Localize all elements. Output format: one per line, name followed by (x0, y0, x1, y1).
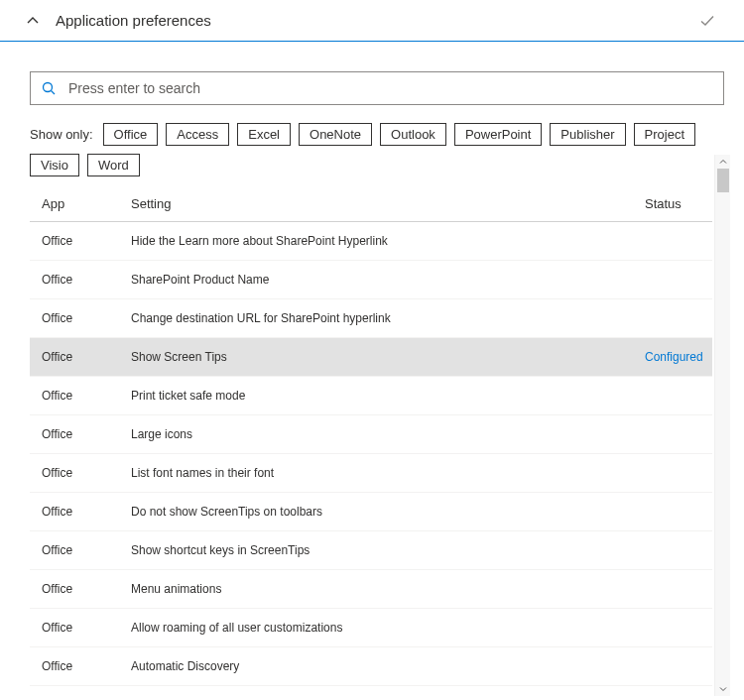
table-row[interactable]: OfficeSharePoint Product Name (30, 261, 712, 299)
search-input[interactable] (66, 79, 713, 97)
filter-chip-project[interactable]: Project (634, 123, 695, 146)
cell-status: Configured (645, 350, 712, 364)
check-icon[interactable] (698, 12, 716, 30)
table-body: OfficeHide the Learn more about SharePoi… (30, 222, 712, 700)
page-title: Application preferences (56, 12, 211, 29)
cell-app: Office (42, 505, 131, 519)
cell-app: Office (42, 389, 131, 403)
cell-app: Office (42, 427, 131, 441)
table-row[interactable]: OfficeMenu animations (30, 570, 712, 609)
cell-setting: Do not show ScreenTips on toolbars (131, 505, 645, 519)
filter-chip-onenote[interactable]: OneNote (299, 123, 372, 146)
filter-chip-word[interactable]: Word (87, 154, 140, 176)
settings-table: App Setting Status OfficeHide the Learn … (30, 186, 712, 700)
cell-app: Office (42, 582, 131, 596)
cell-setting: List font names in their font (131, 466, 645, 480)
cell-setting: Large icons (131, 427, 645, 441)
table-row[interactable]: OfficeAutomatic Discovery (30, 647, 712, 686)
cell-app: Office (42, 350, 131, 364)
table-row[interactable]: OfficeDisable user from setting personal… (30, 686, 712, 700)
column-header-status[interactable]: Status (645, 196, 712, 211)
table-row[interactable]: OfficeShow shortcut keys in ScreenTips (30, 531, 712, 570)
section-header: Application preferences (0, 0, 744, 42)
table-row[interactable]: OfficeLarge icons (30, 415, 712, 454)
filter-chip-access[interactable]: Access (166, 123, 229, 146)
table-row[interactable]: OfficePrint ticket safe mode (30, 377, 712, 415)
svg-line-1 (52, 91, 56, 95)
cell-setting: Print ticket safe mode (131, 389, 645, 403)
filter-chip-excel[interactable]: Excel (237, 123, 291, 146)
cell-setting: Hide the Learn more about SharePoint Hyp… (131, 234, 645, 248)
vertical-scrollbar[interactable] (714, 155, 730, 696)
table-row[interactable]: OfficeAllow roaming of all user customiz… (30, 609, 712, 647)
cell-setting: Change destination URL for SharePoint hy… (131, 311, 645, 325)
cell-app: Office (42, 659, 131, 673)
cell-app: Office (42, 234, 131, 248)
status-badge: Configured (645, 350, 703, 364)
svg-point-0 (44, 83, 53, 92)
filter-label: Show only: (30, 127, 93, 142)
table-row[interactable]: OfficeShow Screen TipsConfigured (30, 338, 712, 377)
cell-app: Office (42, 543, 131, 557)
scroll-up-arrow-icon[interactable] (715, 155, 731, 169)
table-row[interactable]: OfficeChange destination URL for SharePo… (30, 299, 712, 338)
column-header-app[interactable]: App (42, 196, 131, 211)
cell-setting: Automatic Discovery (131, 659, 645, 673)
filter-chip-outlook[interactable]: Outlook (380, 123, 446, 146)
search-icon (41, 80, 57, 96)
search-box[interactable] (30, 71, 724, 105)
table-row[interactable]: OfficeHide the Learn more about SharePoi… (30, 222, 712, 261)
filter-chip-visio[interactable]: Visio (30, 154, 79, 176)
table-row[interactable]: OfficeList font names in their font (30, 454, 712, 493)
cell-app: Office (42, 273, 131, 287)
cell-app: Office (42, 621, 131, 635)
chevron-up-icon[interactable] (24, 12, 42, 30)
table-header: App Setting Status (30, 186, 712, 222)
cell-setting: Show shortcut keys in ScreenTips (131, 543, 645, 557)
cell-setting: Menu animations (131, 582, 645, 596)
filter-chip-powerpoint[interactable]: PowerPoint (454, 123, 542, 146)
cell-app: Office (42, 311, 131, 325)
scroll-thumb[interactable] (717, 169, 729, 192)
filter-chip-publisher[interactable]: Publisher (550, 123, 625, 146)
filter-row: Show only: OfficeAccessExcelOneNoteOutlo… (30, 123, 724, 176)
column-header-setting[interactable]: Setting (131, 196, 645, 211)
filter-chip-office[interactable]: Office (103, 123, 159, 146)
cell-setting: SharePoint Product Name (131, 273, 645, 287)
scroll-down-arrow-icon[interactable] (715, 682, 731, 696)
cell-setting: Show Screen Tips (131, 350, 645, 364)
table-row[interactable]: OfficeDo not show ScreenTips on toolbars (30, 493, 712, 531)
cell-setting: Allow roaming of all user customizations (131, 621, 645, 635)
cell-app: Office (42, 466, 131, 480)
